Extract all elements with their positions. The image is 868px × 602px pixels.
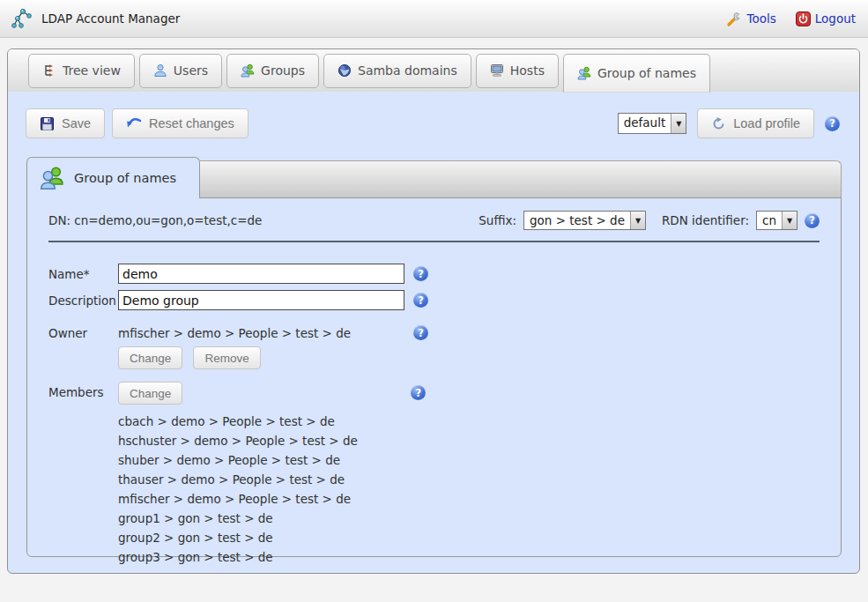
chevron-down-icon: ▼: [630, 212, 645, 229]
wrench-icon: [726, 11, 743, 27]
user-icon: [153, 63, 167, 78]
tab-label: Users: [174, 63, 208, 78]
owner-value: mfischer > demo > People > test > de: [118, 323, 404, 340]
toolbar: Save Reset changes default ▼: [8, 92, 859, 138]
help-icon[interactable]: ?: [411, 385, 426, 400]
owner-label: Owner: [48, 323, 118, 369]
save-button[interactable]: Save: [26, 108, 105, 138]
lam-tree-logo-icon: [11, 7, 33, 30]
panel-body: DN: cn=demo,ou=gon,o=test,c=de Suffix: g…: [26, 197, 842, 557]
save-label: Save: [62, 116, 91, 130]
member-item: cbach > demo > People > test > de: [118, 412, 820, 431]
tools-link[interactable]: Tools: [726, 11, 776, 27]
member-item: hschuster > demo > People > test > de: [118, 431, 820, 450]
suffix-label: Suffix:: [479, 213, 516, 227]
tab-samba-domains[interactable]: Samba domains: [323, 54, 471, 88]
name-label: Name*: [48, 264, 118, 284]
member-item: shuber > demo > People > test > de: [118, 450, 820, 470]
tab-tree-view[interactable]: Tree view: [28, 54, 135, 88]
chevron-down-icon: ▼: [782, 212, 797, 229]
owner-change-button[interactable]: Change: [118, 346, 182, 369]
rdn-select-value: cn: [757, 212, 782, 229]
group-of-names-icon: [40, 166, 64, 190]
owner-remove-button[interactable]: Remove: [193, 346, 260, 369]
member-item: thauser > demo > People > test > de: [118, 470, 820, 489]
app-brand: LDAP Account Manager: [11, 7, 180, 30]
panel-tab-group-of-names[interactable]: Group of names: [26, 157, 200, 198]
tab-group-of-names[interactable]: Group of names: [563, 54, 710, 93]
description-label: Description: [48, 290, 118, 310]
member-item: mfischer > demo > People > test > de: [118, 489, 820, 509]
member-item: group1 > gon > test > de: [118, 509, 820, 528]
member-item: group2 > gon > test > de: [118, 528, 820, 547]
app-title: LDAP Account Manager: [41, 11, 180, 26]
app-header: LDAP Account Manager Tools Logout: [0, 0, 868, 38]
dn-separator: [48, 241, 820, 242]
description-input[interactable]: [118, 290, 404, 310]
main-tabstrip: Tree view Users Groups: [8, 49, 859, 92]
logout-link[interactable]: Logout: [796, 11, 856, 26]
panel-tab-filler: [200, 160, 842, 197]
tab-hosts[interactable]: Hosts: [476, 54, 559, 88]
tab-label: Tree view: [63, 63, 121, 78]
profile-select[interactable]: default ▼: [618, 113, 687, 134]
tree-view-icon: [42, 63, 56, 78]
power-logout-icon: [796, 11, 811, 26]
suffix-select-value: gon > test > de: [524, 212, 630, 229]
main-container: Tree view Users Groups: [7, 48, 860, 574]
help-icon[interactable]: ?: [825, 116, 840, 131]
group-of-names-panel: Group of names DN: cn=demo,ou=gon,o=test…: [26, 157, 842, 557]
member-item: group3 > gon > test > de: [118, 547, 820, 567]
tab-users[interactable]: Users: [139, 54, 222, 88]
help-icon[interactable]: ?: [413, 266, 428, 281]
dn-text: DN: cn=demo,ou=gon,o=test,c=de: [48, 213, 262, 227]
tab-label: Hosts: [510, 63, 545, 78]
reset-changes-button[interactable]: Reset changes: [112, 108, 249, 138]
tab-label: Group of names: [597, 66, 696, 80]
profile-select-value: default: [619, 114, 671, 133]
load-profile-button[interactable]: Load profile: [697, 108, 814, 138]
floppy-save-icon: [40, 116, 55, 131]
rdn-select[interactable]: cn ▼: [756, 211, 798, 230]
help-icon[interactable]: ?: [413, 325, 428, 340]
members-list: cbach > demo > People > test > de hschus…: [118, 412, 820, 567]
tab-label: Groups: [261, 63, 305, 78]
load-profile-label: Load profile: [733, 116, 800, 130]
help-icon[interactable]: ?: [413, 293, 428, 308]
group-of-names-icon: [577, 66, 591, 80]
refresh-circle-icon: [711, 116, 726, 131]
tab-label: Samba domains: [358, 63, 457, 78]
host-monitor-icon: [490, 63, 504, 78]
panel-tab-label: Group of names: [74, 171, 176, 185]
groups-icon: [241, 63, 255, 78]
suffix-select[interactable]: gon > test > de ▼: [523, 211, 646, 230]
undo-arrow-icon: [126, 116, 142, 130]
tab-groups[interactable]: Groups: [226, 54, 319, 88]
members-label: Members: [48, 382, 118, 567]
members-change-button[interactable]: Change: [118, 382, 182, 405]
name-input[interactable]: [118, 264, 404, 284]
tools-label: Tools: [747, 11, 776, 26]
rdn-identifier-label: RDN identifier:: [662, 213, 749, 227]
reset-changes-label: Reset changes: [149, 116, 234, 130]
help-icon[interactable]: ?: [805, 213, 820, 228]
logout-label: Logout: [815, 11, 856, 26]
globe-icon: [338, 63, 352, 78]
chevron-down-icon: ▼: [671, 114, 686, 133]
